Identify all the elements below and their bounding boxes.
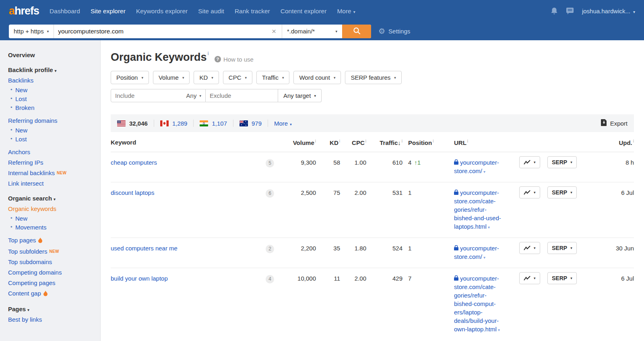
position-value: 1 (402, 238, 447, 258)
position-history-chart-button[interactable]: ▾ (519, 186, 540, 198)
keyword-link[interactable]: cheap computers (111, 159, 157, 166)
user-account-menu[interactable]: joshua.hardwick...▾ (582, 8, 635, 14)
sidebar-item-referring-domains[interactable]: Referring domains (8, 115, 96, 126)
nav-site-audit[interactable]: Site audit (198, 8, 224, 15)
search-button[interactable] (342, 25, 371, 38)
sidebar-item-top-pages[interactable]: Top pages (8, 235, 96, 246)
keyword-link[interactable]: discount laptops (111, 189, 154, 196)
top-nav-bar: ahrefs Dashboard Site explorer Keywords … (0, 0, 644, 22)
col-header-cpc[interactable]: CPCi (340, 132, 366, 152)
sidebar-item-competing-pages[interactable]: Competing pages (8, 277, 96, 288)
serp-features-badge[interactable]: 4 (266, 275, 274, 283)
include-mode-select[interactable]: Any▾ (186, 92, 201, 99)
col-header-url[interactable]: URLi (447, 132, 519, 152)
ranking-url[interactable]: yourcomputer- store.com/▾ (447, 152, 519, 182)
protocol-select[interactable]: http + https ▾ (9, 25, 54, 38)
sidebar-section-pages[interactable]: Pages▾ (8, 304, 96, 314)
notifications-bell-icon[interactable] (551, 7, 558, 15)
serp-features-badge[interactable]: 2 (266, 245, 274, 253)
position-history-chart-button[interactable]: ▾ (519, 156, 540, 168)
keyword-link[interactable]: used computers near me (111, 245, 178, 252)
url-dropdown-icon[interactable]: ▾ (498, 328, 500, 332)
country-tab-india[interactable]: 1,107 (200, 120, 227, 127)
sidebar-section-backlink-profile[interactable]: Backlink profile▾ (8, 65, 96, 75)
filter-position[interactable]: Position▾ (111, 71, 149, 84)
url-dropdown-icon[interactable]: ▾ (483, 169, 485, 174)
sidebar-item-backlinks-broken[interactable]: Broken (8, 103, 96, 112)
filter-cpc[interactable]: CPC▾ (223, 71, 252, 84)
sidebar-item-organic-keywords-movements[interactable]: Movements (8, 223, 96, 231)
filter-word-count[interactable]: Word count▾ (293, 71, 341, 84)
nav-keywords-explorer[interactable]: Keywords explorer (136, 8, 188, 15)
ahrefs-logo[interactable]: ahrefs (9, 5, 39, 17)
sidebar-item-backlinks[interactable]: Backlinks (8, 75, 96, 85)
serp-dropdown-button[interactable]: SERP▾ (547, 156, 577, 168)
sidebar-section-organic-search[interactable]: Organic search▾ (8, 193, 96, 203)
url-dropdown-icon[interactable]: ▾ (483, 255, 485, 260)
filter-volume[interactable]: Volume▾ (153, 71, 190, 84)
col-header-keyword[interactable]: Keyword (111, 132, 266, 151)
sidebar-item-refdomains-lost[interactable]: Lost (8, 134, 96, 143)
nav-dashboard[interactable]: Dashboard (50, 8, 80, 15)
filter-traffic[interactable]: Traffic▾ (256, 71, 289, 84)
sidebar-item-top-subfolders[interactable]: Top subfoldersNEW (8, 246, 96, 256)
sidebar-item-overview[interactable]: Overview (8, 50, 96, 60)
sidebar-item-best-by-links[interactable]: Best by links (8, 314, 96, 324)
updated-value: 30 Jun (586, 238, 634, 258)
page-title: Organic Keywordsi (111, 51, 209, 64)
col-header-kd[interactable]: KDi (316, 132, 340, 152)
clear-input-icon[interactable]: × (270, 27, 278, 36)
sidebar-item-link-intersect[interactable]: Link intersect (8, 178, 96, 188)
sidebar-item-organic-keywords-new[interactable]: New (8, 214, 96, 223)
table-row: discount laptops 6 2,500 75 2.00 531 1 y… (111, 182, 634, 238)
ranking-url[interactable]: yourcomputer- store.com/▾ (447, 238, 519, 268)
include-keywords-input[interactable] (115, 92, 186, 99)
serp-dropdown-button[interactable]: SERP▾ (547, 242, 577, 254)
country-tab-canada[interactable]: 1,289 (160, 120, 188, 127)
serp-features-badge[interactable]: 6 (266, 189, 274, 198)
filter-kd[interactable]: KD▾ (194, 71, 219, 84)
sidebar-item-referring-ips[interactable]: Referring IPs (8, 157, 96, 167)
col-header-traffic[interactable]: Traffic↓i (366, 132, 402, 152)
country-tab-united-states[interactable]: 32,046 (117, 120, 148, 127)
position-history-chart-button[interactable]: ▾ (519, 242, 540, 254)
countries-more-menu[interactable]: More▾ (274, 120, 292, 127)
exclude-keywords-input[interactable] (210, 92, 274, 99)
keyword-link[interactable]: build your own laptop (111, 275, 168, 282)
target-mode-select[interactable]: *.domain/* ▾ (282, 25, 342, 38)
target-domain-input[interactable] (58, 28, 270, 35)
cpc-value: 1.80 (340, 238, 366, 258)
report-settings-button[interactable]: ⚙ Settings (378, 27, 410, 36)
sidebar-item-top-subdomains[interactable]: Top subdomains (8, 256, 96, 267)
serp-dropdown-button[interactable]: SERP▾ (547, 186, 577, 198)
col-header-position[interactable]: Positioni (402, 132, 447, 152)
sidebar-item-organic-keywords[interactable]: Organic keywords (8, 203, 96, 214)
sidebar-item-backlinks-new[interactable]: New (8, 85, 96, 94)
nav-site-explorer[interactable]: Site explorer (91, 8, 126, 15)
col-header-volume[interactable]: Volumei (282, 132, 316, 152)
info-icon[interactable]: i (208, 51, 209, 56)
nav-content-explorer[interactable]: Content explorer (281, 8, 327, 15)
col-header-updated[interactable]: Upd.i (586, 132, 634, 152)
sidebar-item-anchors[interactable]: Anchors (8, 147, 96, 157)
url-dropdown-icon[interactable]: ▾ (488, 225, 490, 229)
any-target-select[interactable]: Any target▾ (278, 89, 322, 102)
ranking-url[interactable]: yourcomputer- store.com/cate- gories/ref… (447, 182, 519, 238)
sidebar-item-backlinks-lost[interactable]: Lost (8, 94, 96, 103)
ranking-url[interactable]: yourcomputer- store.com/cate- gories/ref… (447, 268, 519, 340)
sidebar-item-content-gap[interactable]: Content gap (8, 288, 96, 299)
country-tab-australia[interactable]: 979 (239, 120, 262, 127)
export-button[interactable]: Export (601, 119, 627, 127)
sidebar-item-refdomains-new[interactable]: New (8, 126, 96, 134)
filter-serp-features[interactable]: SERP features▾ (345, 71, 401, 84)
messages-icon[interactable] (566, 7, 574, 15)
sidebar-item-internal-backlinks[interactable]: Internal backlinksNEW (8, 167, 96, 178)
sidebar-item-competing-domains[interactable]: Competing domains (8, 267, 96, 277)
position-history-chart-button[interactable]: ▾ (519, 272, 540, 284)
how-to-use-link[interactable]: ? How to use (215, 56, 254, 63)
main-content: Organic Keywordsi ? How to use Position▾… (101, 40, 644, 341)
serp-features-badge[interactable]: 5 (266, 159, 274, 167)
nav-rank-tracker[interactable]: Rank tracker (235, 8, 270, 15)
nav-more-menu[interactable]: More▾ (337, 8, 355, 15)
serp-dropdown-button[interactable]: SERP▾ (547, 272, 577, 284)
